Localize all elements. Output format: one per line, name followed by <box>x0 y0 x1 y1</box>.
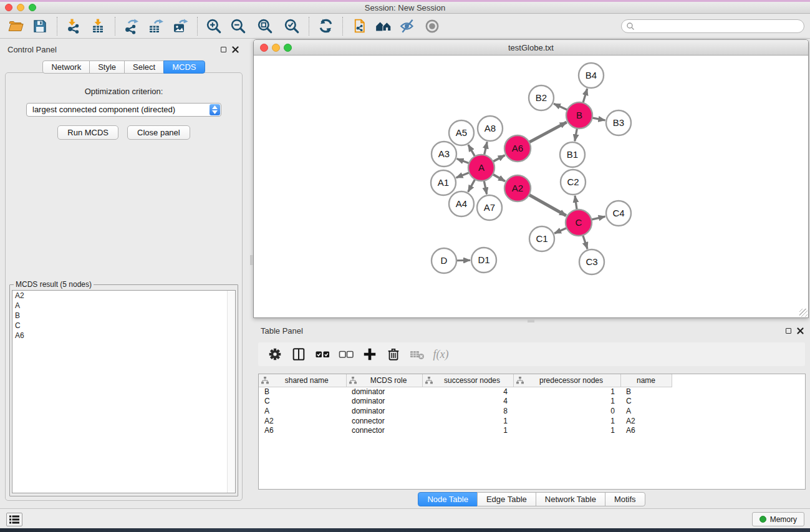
import-network-button[interactable] <box>63 16 84 37</box>
graph-node-D1[interactable]: D1 <box>471 248 496 273</box>
table-row[interactable]: Adominator80A <box>259 407 672 417</box>
graph-edge-B-B2[interactable] <box>554 104 567 110</box>
refresh-view-button[interactable] <box>315 16 336 37</box>
column-header-successor-nodes[interactable]: successor nodes <box>422 374 513 387</box>
tab-node-table[interactable]: Node Table <box>418 492 478 506</box>
memory-button[interactable]: Memory <box>752 512 804 526</box>
tab-network-table[interactable]: Network Table <box>536 492 605 506</box>
run-mcds-button[interactable]: Run MCDS <box>57 125 118 140</box>
graph-node-C2[interactable]: C2 <box>561 170 586 195</box>
graph-node-B3[interactable]: B3 <box>606 110 631 135</box>
tab-style[interactable]: Style <box>89 60 125 74</box>
graph-edge-A-A7[interactable] <box>484 181 486 195</box>
graph-node-C[interactable]: C <box>566 210 592 236</box>
graph-node-C1[interactable]: C1 <box>529 226 554 251</box>
graph-node-B[interactable]: B <box>566 102 592 128</box>
graph-edge-A2-C[interactable] <box>529 195 566 215</box>
graph-edge-A-A4[interactable] <box>468 179 475 191</box>
list-item[interactable]: A6 <box>12 331 235 341</box>
graph-edge-B-B3[interactable] <box>592 118 605 120</box>
column-header-shared-name[interactable]: shared name <box>259 374 346 387</box>
tab-motifs[interactable]: Motifs <box>605 492 645 506</box>
hide-selected-button[interactable] <box>397 16 418 37</box>
optimization-criterion-dropdown[interactable]: largest connected component (directed) <box>26 103 221 117</box>
deselect-all-columns-button[interactable] <box>338 346 354 362</box>
column-header-MCDS-role[interactable]: MCDS role <box>346 374 422 387</box>
graph-edge-C-C2[interactable] <box>575 196 577 210</box>
save-session-button[interactable] <box>29 16 51 37</box>
delete-column-button[interactable] <box>385 346 402 362</box>
show-columns-button[interactable] <box>291 346 307 362</box>
graph-node-A4[interactable]: A4 <box>449 191 474 216</box>
first-neighbors-button[interactable] <box>373 16 394 37</box>
graph-edge-A-A8[interactable] <box>485 142 488 155</box>
select-all-columns-button[interactable] <box>314 346 330 362</box>
graph-node-A7[interactable]: A7 <box>477 195 502 220</box>
node-table[interactable]: shared nameMCDS rolesuccessor nodesprede… <box>258 374 806 490</box>
zoom-in-button[interactable] <box>203 16 224 37</box>
export-table-button[interactable] <box>145 16 166 37</box>
list-item[interactable]: A2 <box>12 291 235 301</box>
resize-grip[interactable] <box>799 309 808 317</box>
zoom-selected-button[interactable] <box>281 16 302 37</box>
graph-edge-A-A1[interactable] <box>456 173 469 178</box>
show-panel-list-button[interactable] <box>6 513 22 526</box>
search-input[interactable] <box>635 22 791 31</box>
graph-node-C4[interactable]: C4 <box>606 201 631 226</box>
table-row[interactable]: A2connector11A2 <box>259 417 672 427</box>
delete-table-button[interactable] <box>409 346 425 362</box>
network-graph[interactable]: B4B2BB3A5A8A6A3B1AA1C2A2A4A7C4CC1DD1C3 <box>254 56 808 317</box>
graph-edge-A-A5[interactable] <box>468 145 475 157</box>
export-image-button[interactable] <box>170 16 191 37</box>
scrollbar-track[interactable] <box>227 291 235 493</box>
column-header-predecessor-nodes[interactable]: predecessor nodes <box>513 374 620 387</box>
close-panel-icon[interactable] <box>232 46 239 53</box>
table-row[interactable]: Bdominator41B <box>259 387 672 397</box>
graph-node-A1[interactable]: A1 <box>431 170 456 195</box>
tab-edge-table[interactable]: Edge Table <box>477 492 536 506</box>
float-panel-icon[interactable] <box>221 47 226 52</box>
graph-node-D[interactable]: D <box>432 248 456 273</box>
graph-edge-B-B4[interactable] <box>583 89 587 103</box>
network-window-titlebar[interactable]: testGlobe.txt <box>254 40 808 56</box>
tab-network[interactable]: Network <box>42 60 90 74</box>
graph-edge-A6-B[interactable] <box>529 122 567 142</box>
import-table-button[interactable] <box>87 16 108 37</box>
open-session-button[interactable] <box>5 16 26 37</box>
list-item[interactable]: C <box>12 321 235 331</box>
graph-node-A8[interactable]: A8 <box>478 116 503 141</box>
new-network-from-selection-button[interactable] <box>349 16 370 37</box>
graph-edge-A-A3[interactable] <box>457 159 470 163</box>
graph-node-B4[interactable]: B4 <box>579 63 604 88</box>
graph-node-B2[interactable]: B2 <box>529 85 554 110</box>
graph-edge-A-A6[interactable] <box>493 155 505 162</box>
tab-select[interactable]: Select <box>124 60 164 74</box>
graph-node-A5[interactable]: A5 <box>449 120 474 145</box>
graph-edge-A-A2[interactable] <box>493 174 505 181</box>
column-header-name[interactable]: name <box>620 374 672 387</box>
show-all-button[interactable] <box>422 16 443 37</box>
zoom-fit-button[interactable] <box>254 16 276 37</box>
create-column-button[interactable] <box>362 346 378 362</box>
graph-node-A3[interactable]: A3 <box>432 142 456 167</box>
table-settings-button[interactable] <box>267 346 283 362</box>
export-network-button[interactable] <box>121 16 142 37</box>
table-row[interactable]: Cdominator41C <box>259 397 672 407</box>
zoom-out-button[interactable] <box>228 16 249 37</box>
graph-edge-C-C4[interactable] <box>591 216 605 220</box>
close-panel-icon[interactable] <box>797 327 804 334</box>
list-item[interactable]: A <box>12 301 235 311</box>
graph-node-A2[interactable]: A2 <box>504 175 531 201</box>
scrollbar-thumb[interactable] <box>250 255 253 265</box>
search-field[interactable] <box>621 19 804 33</box>
graph-node-B1[interactable]: B1 <box>560 142 585 167</box>
graph-node-A[interactable]: A <box>468 155 494 181</box>
function-builder-button[interactable]: f(x) <box>433 346 449 362</box>
graph-edge-C-C1[interactable] <box>554 228 567 233</box>
float-panel-icon[interactable] <box>786 328 791 334</box>
network-canvas[interactable]: B4B2BB3A5A8A6A3B1AA1C2A2A4A7C4CC1DD1C3 <box>254 56 808 317</box>
graph-node-C3[interactable]: C3 <box>579 249 604 274</box>
tab-mcds[interactable]: MCDS <box>163 60 205 74</box>
graph-edge-B-B1[interactable] <box>575 128 577 142</box>
list-item[interactable]: B <box>12 311 235 321</box>
